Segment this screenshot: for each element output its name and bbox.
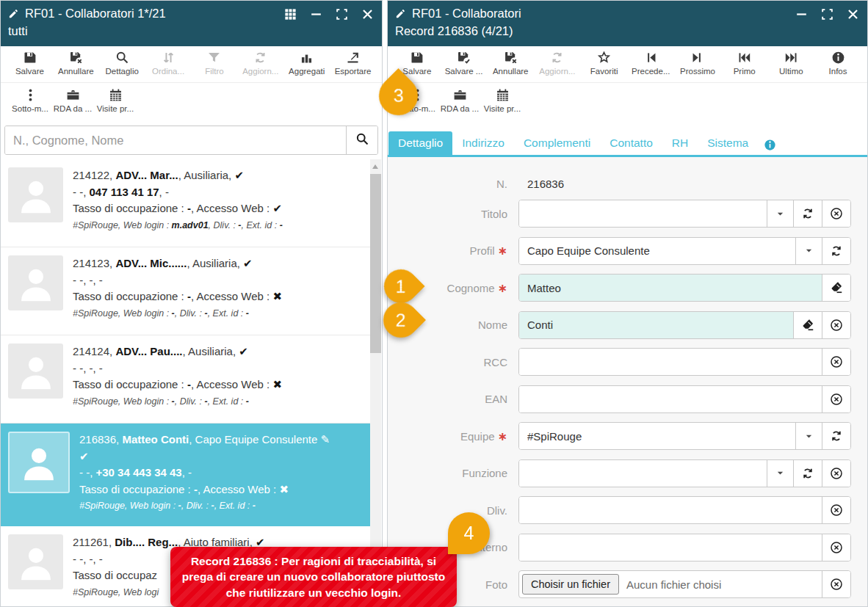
refresh-button[interactable]: [822, 423, 850, 449]
tab-rh[interactable]: RH: [662, 131, 698, 155]
field-row-titolo: Titolo: [394, 200, 867, 228]
clear-button[interactable]: [822, 497, 850, 523]
equipe-input[interactable]: [519, 423, 795, 449]
maximize-icon[interactable]: [820, 7, 834, 21]
clear-button[interactable]: [822, 460, 850, 487]
dropdown-button[interactable]: [767, 460, 793, 487]
dropdown-button[interactable]: [795, 423, 822, 449]
clear-button[interactable]: [822, 200, 850, 227]
scrollbar-thumb[interactable]: [370, 174, 381, 353]
aggregati-button[interactable]: Aggregati: [286, 50, 328, 76]
refresh-button[interactable]: [822, 238, 850, 264]
dliv-input[interactable]: [519, 497, 822, 523]
clear-button[interactable]: [822, 571, 850, 597]
minimize-icon[interactable]: [795, 7, 809, 21]
text-segment: Tasso di occupazione :: [73, 202, 187, 214]
visite-precedenti-button[interactable]: Visite pr...: [482, 87, 523, 124]
text-segment: #SpiRouge, Web login :: [73, 308, 172, 319]
filter-icon: [206, 50, 222, 65]
text-segment: 047 113 41 17: [90, 186, 159, 198]
dettaglio-label: Dettaglio: [105, 67, 138, 76]
rcc-input[interactable]: [519, 349, 822, 375]
maximize-icon[interactable]: [335, 7, 349, 21]
search-button[interactable]: [346, 126, 377, 154]
tab-contatto[interactable]: Contatto: [600, 131, 662, 155]
sotto-menu-button[interactable]: Sotto-m...: [10, 87, 51, 124]
text-segment: 211261,: [73, 536, 115, 548]
profil-input[interactable]: [519, 238, 795, 264]
avatar: [8, 432, 70, 493]
dettaglio-button[interactable]: Dettaglio: [101, 50, 142, 76]
dropdown-button[interactable]: [795, 238, 822, 264]
list-item[interactable]: 214124, ADV... Pau...., Ausiliaria, ✔- -…: [1, 335, 370, 424]
grid-icon[interactable]: [283, 7, 297, 21]
refresh-button[interactable]: [793, 460, 822, 487]
search-input[interactable]: [5, 126, 346, 154]
list-item-text: 214123, ADV... Mic......, Ausiliaria, ✔-…: [73, 255, 282, 335]
scroll-up-arrow[interactable]: [372, 164, 378, 169]
infos-button[interactable]: Infos: [817, 50, 858, 76]
text-segment: 214122,: [73, 169, 115, 181]
tab-sistema[interactable]: Sistema: [698, 131, 758, 155]
clear-button[interactable]: [822, 386, 850, 412]
record-panel-header: RF01 - Collaboratori Record 216836 (4/21…: [388, 1, 867, 46]
list-item[interactable]: 216836, Matteo Conti, Capo Equipe Consul…: [1, 424, 370, 526]
prossimo-button[interactable]: Prossimo: [677, 50, 718, 76]
eraser-button[interactable]: [793, 312, 822, 338]
visite-precedenti-button[interactable]: Visite pr...: [95, 87, 136, 124]
required-icon: ∗: [498, 430, 507, 443]
list-panel-subtitle: tutti: [8, 23, 375, 40]
n-interno-input[interactable]: [519, 534, 822, 561]
tab-dettaglio[interactable]: Dettaglio: [388, 131, 452, 155]
clear-button[interactable]: [822, 349, 850, 375]
tab-complementi[interactable]: Complementi: [514, 131, 600, 155]
ultimo-button[interactable]: Ultimo: [770, 50, 811, 76]
list-item-line: Tasso di occupazione : -, Accesso Web : …: [73, 288, 282, 305]
nome-input[interactable]: [519, 312, 793, 338]
tab-indirizzo[interactable]: Indirizzo: [452, 131, 514, 155]
list-item[interactable]: 214122, ADV... Mar..., Ausiliaria, ✔- -,…: [1, 159, 370, 247]
text-segment: ADV... Mic......: [115, 257, 187, 269]
callout-4: 4: [448, 512, 490, 554]
annullare-button[interactable]: Annullare: [55, 50, 96, 76]
titolo-input[interactable]: [519, 200, 767, 227]
close-icon[interactable]: [361, 7, 375, 21]
choose-file-button[interactable]: Choisir un fichier: [522, 574, 619, 595]
text-segment: , Ext. id :: [208, 396, 246, 407]
salvare-button[interactable]: Salvare: [397, 50, 438, 76]
equipe-field: [518, 422, 851, 450]
star-icon: [596, 50, 612, 65]
text-segment: , Accesso Web :: [191, 378, 272, 390]
primo-button[interactable]: Primo: [724, 50, 765, 76]
list-item[interactable]: 214123, ADV... Mic......, Ausiliaria, ✔-…: [1, 247, 370, 335]
text-segment: ✔: [272, 202, 282, 214]
salvare-e-button[interactable]: Salvare ...: [444, 50, 485, 76]
salvare-button[interactable]: Salvare: [9, 50, 50, 76]
refresh-button[interactable]: [793, 200, 822, 227]
search-icon: [355, 131, 370, 150]
eraser-button[interactable]: [822, 275, 850, 301]
precedente-button[interactable]: Precede...: [630, 50, 671, 76]
field-row-cognome: Cognome∗: [394, 274, 867, 302]
favoriti-button[interactable]: Favoriti: [584, 50, 625, 76]
annullare-button[interactable]: Annullare: [490, 50, 531, 76]
text-segment: , Accesso Web :: [198, 483, 279, 495]
funzione-input[interactable]: [519, 460, 767, 487]
application-window: RF01 - Collaboratori 1*/21 tutti Salvare…: [0, 0, 868, 607]
text-segment: , Dliv. :: [209, 220, 239, 230]
text-segment: #SpiRouge, Web login :: [79, 501, 178, 511]
minimize-icon[interactable]: [309, 7, 323, 21]
close-icon[interactable]: [846, 7, 860, 21]
dropdown-button[interactable]: [767, 200, 793, 227]
rda-da-button[interactable]: RDA da ...: [439, 87, 480, 124]
info-icon[interactable]: [763, 138, 777, 152]
list-item-line: 214123, ADV... Mic......, Ausiliaria, ✔: [73, 255, 282, 272]
rda-da-button[interactable]: RDA da ...: [52, 87, 93, 124]
clear-button[interactable]: [822, 534, 850, 561]
clear-button[interactable]: [822, 312, 850, 338]
cognome-input[interactable]: [519, 275, 822, 301]
ean-input[interactable]: [519, 386, 822, 412]
aggiorna-button: Aggiorn...: [240, 50, 281, 76]
esportare-button[interactable]: Esportare: [333, 50, 374, 76]
scrollbar[interactable]: [370, 159, 381, 606]
